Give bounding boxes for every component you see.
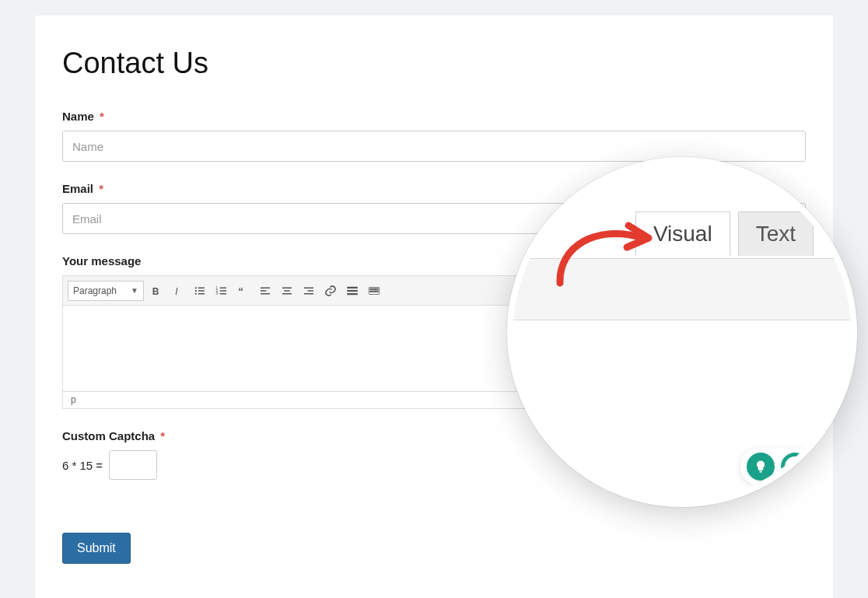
svg-rect-7	[198, 293, 205, 295]
message-label: Your message	[62, 254, 141, 268]
svg-rect-5	[198, 290, 205, 292]
svg-rect-15	[261, 287, 270, 289]
svg-text:“: “	[238, 285, 243, 296]
svg-point-4	[195, 289, 197, 291]
svg-point-6	[195, 292, 197, 294]
bulleted-list-button[interactable]	[191, 282, 209, 300]
svg-rect-37	[377, 291, 379, 292]
tab-visual[interactable]: Visual	[635, 212, 730, 256]
svg-rect-19	[284, 290, 290, 292]
svg-rect-16	[261, 290, 267, 292]
blockquote-button[interactable]: “	[234, 282, 253, 300]
svg-rect-32	[377, 289, 379, 290]
svg-rect-34	[372, 291, 373, 292]
bold-button[interactable]: B	[147, 282, 166, 300]
chevron-down-icon: ▼	[131, 286, 138, 295]
svg-rect-28	[370, 289, 372, 290]
svg-rect-20	[282, 293, 292, 295]
svg-rect-31	[376, 289, 377, 290]
svg-rect-38	[759, 471, 761, 473]
format-select[interactable]: Paragraph ▼	[68, 281, 144, 301]
lightbulb-icon[interactable]	[747, 453, 775, 481]
numbered-list-button[interactable]: 123	[212, 282, 231, 300]
field-name: Name *	[62, 110, 806, 162]
email-label: Email *	[62, 182, 103, 195]
captcha-label-text: Custom Captcha	[62, 429, 155, 442]
toolbar-toggle-button[interactable]	[365, 282, 383, 300]
magnifier-content: Visual Text	[513, 163, 851, 501]
italic-button[interactable]: I	[169, 282, 187, 300]
tab-text[interactable]: Text	[738, 212, 814, 256]
svg-rect-36	[376, 291, 377, 292]
svg-rect-22	[308, 290, 314, 292]
svg-rect-25	[347, 289, 358, 291]
svg-rect-9	[220, 287, 226, 289]
svg-rect-11	[220, 290, 226, 292]
captcha-question: 6 * 15 =	[62, 459, 103, 472]
editor-path: p	[71, 394, 76, 405]
align-center-button[interactable]	[278, 282, 296, 300]
required-star: *	[99, 182, 103, 195]
svg-rect-26	[347, 293, 358, 295]
svg-rect-13	[220, 293, 226, 295]
align-left-button[interactable]	[256, 282, 275, 300]
insert-link-button[interactable]	[321, 282, 340, 300]
name-label-text: Name	[62, 110, 94, 123]
name-label: Name *	[62, 110, 104, 123]
svg-text:B: B	[152, 285, 159, 296]
svg-rect-18	[282, 287, 292, 289]
svg-rect-35	[373, 291, 375, 292]
captcha-label: Custom Captcha *	[62, 429, 165, 442]
insert-read-more-button[interactable]	[343, 282, 362, 300]
svg-rect-17	[261, 293, 270, 295]
submit-button[interactable]: Submit	[62, 533, 131, 564]
editor-tabs-zoomed: Visual Text	[635, 212, 814, 256]
svg-rect-23	[304, 293, 313, 295]
svg-rect-30	[373, 289, 375, 290]
svg-rect-29	[372, 289, 373, 290]
required-star: *	[100, 110, 104, 123]
svg-rect-3	[198, 287, 205, 289]
svg-text:3: 3	[216, 292, 219, 296]
svg-rect-21	[304, 287, 313, 289]
align-right-button[interactable]	[299, 282, 318, 300]
captcha-input[interactable]	[109, 450, 157, 480]
format-select-label: Paragraph	[73, 285, 117, 296]
page-title: Contact Us	[62, 47, 806, 80]
svg-rect-24	[347, 286, 358, 288]
svg-rect-33	[370, 291, 372, 292]
required-star: *	[160, 429, 165, 442]
svg-point-2	[195, 287, 197, 289]
svg-text:I: I	[175, 285, 178, 296]
editor-toolbar-zoomed	[513, 258, 851, 320]
magnifier-overlay: Visual Text	[507, 157, 857, 507]
email-label-text: Email	[62, 182, 93, 195]
